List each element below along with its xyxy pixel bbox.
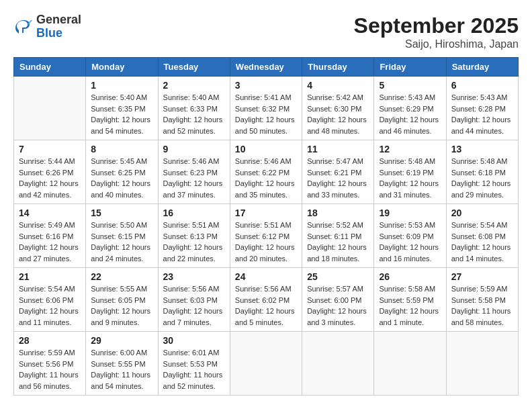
sunset-text: Sunset: 6:05 PM <box>91 296 145 304</box>
calendar-cell <box>374 332 446 396</box>
daylight-text: Daylight: 12 hours and 7 minutes. <box>163 307 223 326</box>
day-number: 28 <box>19 335 81 346</box>
day-number: 11 <box>307 144 369 154</box>
sunrise-text: Sunrise: 5:46 AM <box>163 157 220 165</box>
calendar-cell: 20Sunrise: 5:54 AMSunset: 6:08 PMDayligh… <box>446 204 518 268</box>
day-info: Sunrise: 5:43 AMSunset: 6:29 PMDaylight:… <box>379 92 441 136</box>
day-number: 26 <box>379 271 441 282</box>
sunset-text: Sunset: 6:29 PM <box>379 105 433 113</box>
day-number: 2 <box>163 80 225 91</box>
day-number: 8 <box>91 144 152 154</box>
daylight-text: Daylight: 12 hours and 9 minutes. <box>91 307 150 326</box>
day-info: Sunrise: 5:59 AMSunset: 5:58 PMDaylight:… <box>451 283 513 328</box>
sunset-text: Sunset: 5:56 PM <box>19 360 73 368</box>
day-info: Sunrise: 5:47 AMSunset: 6:21 PMDaylight:… <box>307 156 369 200</box>
sunset-text: Sunset: 6:11 PM <box>307 232 361 240</box>
calendar-cell <box>302 332 374 396</box>
day-info: Sunrise: 5:49 AMSunset: 6:16 PMDaylight:… <box>19 220 81 264</box>
sunset-text: Sunset: 6:26 PM <box>19 169 73 177</box>
calendar-cell <box>14 77 86 140</box>
sunset-text: Sunset: 6:28 PM <box>451 105 506 113</box>
calendar-cell: 12Sunrise: 5:48 AMSunset: 6:19 PMDayligh… <box>374 140 446 204</box>
daylight-text: Daylight: 12 hours and 44 minutes. <box>451 116 511 135</box>
sunrise-text: Sunrise: 5:43 AM <box>451 93 508 101</box>
sunset-text: Sunset: 6:33 PM <box>163 105 218 113</box>
day-info: Sunrise: 5:52 AMSunset: 6:11 PMDaylight:… <box>307 220 369 264</box>
sunrise-text: Sunrise: 5:54 AM <box>19 285 75 293</box>
daylight-text: Daylight: 12 hours and 37 minutes. <box>163 179 223 199</box>
calendar-week-row: 28Sunrise: 5:59 AMSunset: 5:56 PMDayligh… <box>14 332 519 396</box>
day-info: Sunrise: 5:42 AMSunset: 6:30 PMDaylight:… <box>307 92 369 136</box>
calendar-cell: 3Sunrise: 5:41 AMSunset: 6:32 PMDaylight… <box>230 77 302 140</box>
calendar-cell: 30Sunrise: 6:01 AMSunset: 5:53 PMDayligh… <box>158 332 230 396</box>
day-info: Sunrise: 5:46 AMSunset: 6:22 PMDaylight:… <box>235 156 297 200</box>
sunrise-text: Sunrise: 5:48 AM <box>379 157 435 165</box>
calendar-cell: 6Sunrise: 5:43 AMSunset: 6:28 PMDaylight… <box>446 77 518 140</box>
day-number: 10 <box>235 144 297 154</box>
daylight-text: Daylight: 11 hours and 58 minutes. <box>451 307 511 326</box>
sunset-text: Sunset: 6:35 PM <box>91 105 145 113</box>
page-header: General Blue September 2025 Saijo, Hiros… <box>13 13 519 50</box>
day-info: Sunrise: 5:51 AMSunset: 6:13 PMDaylight:… <box>163 220 225 264</box>
sunrise-text: Sunrise: 5:54 AM <box>451 221 508 229</box>
day-number: 4 <box>307 80 369 91</box>
calendar-cell: 1Sunrise: 5:40 AMSunset: 6:35 PMDaylight… <box>86 77 158 140</box>
sunset-text: Sunset: 6:08 PM <box>451 232 506 240</box>
day-number: 15 <box>91 208 152 218</box>
sunset-text: Sunset: 6:30 PM <box>307 105 361 113</box>
day-info: Sunrise: 5:57 AMSunset: 6:00 PMDaylight:… <box>307 283 369 328</box>
sunset-text: Sunset: 6:23 PM <box>163 169 218 177</box>
daylight-text: Daylight: 12 hours and 52 minutes. <box>163 116 223 135</box>
sunrise-text: Sunrise: 6:00 AM <box>91 349 147 357</box>
day-info: Sunrise: 5:53 AMSunset: 6:09 PMDaylight:… <box>379 220 441 264</box>
daylight-text: Daylight: 12 hours and 46 minutes. <box>379 116 439 135</box>
sunset-text: Sunset: 5:53 PM <box>163 360 218 368</box>
page-title: September 2025 <box>354 13 519 38</box>
day-number: 23 <box>163 271 225 282</box>
daylight-text: Daylight: 12 hours and 31 minutes. <box>379 179 439 199</box>
calendar-cell: 7Sunrise: 5:44 AMSunset: 6:26 PMDaylight… <box>14 140 86 204</box>
calendar-table: SundayMondayTuesdayWednesdayThursdayFrid… <box>13 57 519 396</box>
sunset-text: Sunset: 6:18 PM <box>451 169 506 177</box>
sunrise-text: Sunrise: 5:50 AM <box>91 221 147 229</box>
day-info: Sunrise: 5:44 AMSunset: 6:26 PMDaylight:… <box>19 156 81 200</box>
sunset-text: Sunset: 6:32 PM <box>235 105 290 113</box>
sunrise-text: Sunrise: 5:46 AM <box>235 157 292 165</box>
day-info: Sunrise: 5:54 AMSunset: 6:06 PMDaylight:… <box>19 283 81 328</box>
daylight-text: Daylight: 12 hours and 42 minutes. <box>19 179 79 199</box>
sunrise-text: Sunrise: 5:40 AM <box>163 93 220 101</box>
sunrise-text: Sunrise: 5:56 AM <box>163 285 220 293</box>
calendar-week-row: 7Sunrise: 5:44 AMSunset: 6:26 PMDaylight… <box>14 140 519 204</box>
day-info: Sunrise: 5:43 AMSunset: 6:28 PMDaylight:… <box>451 92 513 136</box>
calendar-cell: 21Sunrise: 5:54 AMSunset: 6:06 PMDayligh… <box>14 268 86 332</box>
day-info: Sunrise: 5:59 AMSunset: 5:56 PMDaylight:… <box>19 347 81 392</box>
day-number: 9 <box>163 144 225 154</box>
daylight-text: Daylight: 12 hours and 22 minutes. <box>163 243 223 263</box>
daylight-text: Daylight: 12 hours and 27 minutes. <box>19 243 79 263</box>
day-number: 12 <box>379 144 441 154</box>
calendar-week-row: 21Sunrise: 5:54 AMSunset: 6:06 PMDayligh… <box>14 268 519 332</box>
daylight-text: Daylight: 12 hours and 1 minute. <box>379 307 439 326</box>
sunset-text: Sunset: 5:59 PM <box>379 296 433 304</box>
day-number: 3 <box>235 80 297 91</box>
day-info: Sunrise: 5:50 AMSunset: 6:15 PMDaylight:… <box>91 220 152 264</box>
calendar-cell: 9Sunrise: 5:46 AMSunset: 6:23 PMDaylight… <box>158 140 230 204</box>
weekday-header-row: SundayMondayTuesdayWednesdayThursdayFrid… <box>14 58 519 77</box>
sunrise-text: Sunrise: 5:49 AM <box>19 221 75 229</box>
daylight-text: Daylight: 12 hours and 18 minutes. <box>307 243 367 263</box>
daylight-text: Daylight: 12 hours and 29 minutes. <box>451 179 511 199</box>
day-number: 17 <box>235 208 297 218</box>
daylight-text: Daylight: 12 hours and 14 minutes. <box>451 243 511 263</box>
day-info: Sunrise: 5:58 AMSunset: 5:59 PMDaylight:… <box>379 283 441 328</box>
daylight-text: Daylight: 12 hours and 48 minutes. <box>307 116 367 135</box>
sunset-text: Sunset: 5:58 PM <box>451 296 506 304</box>
sunrise-text: Sunrise: 5:48 AM <box>451 157 508 165</box>
day-info: Sunrise: 5:54 AMSunset: 6:08 PMDaylight:… <box>451 220 513 264</box>
day-number: 27 <box>451 271 513 282</box>
sunrise-text: Sunrise: 5:57 AM <box>307 285 363 293</box>
calendar-cell: 26Sunrise: 5:58 AMSunset: 5:59 PMDayligh… <box>374 268 446 332</box>
sunrise-text: Sunrise: 5:53 AM <box>379 221 435 229</box>
calendar-week-row: 14Sunrise: 5:49 AMSunset: 6:16 PMDayligh… <box>14 204 519 268</box>
day-number: 1 <box>91 80 152 91</box>
day-number: 5 <box>379 80 441 91</box>
